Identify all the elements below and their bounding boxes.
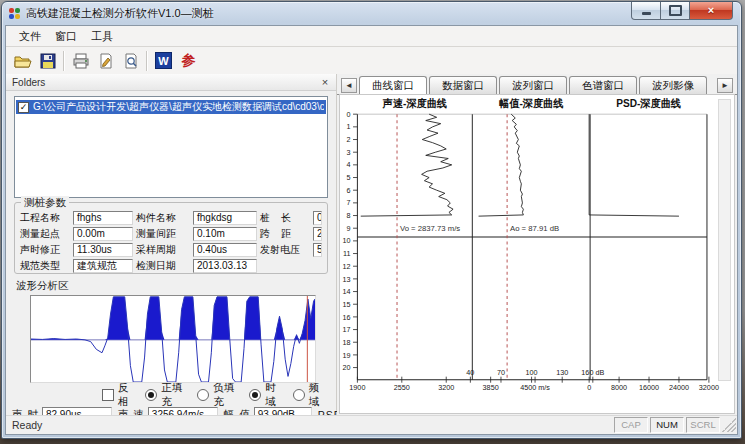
- parameters-button[interactable]: 参: [176, 49, 201, 72]
- fill-positive-radio-icon[interactable]: [145, 389, 157, 401]
- tab-0[interactable]: 曲线窗口: [359, 76, 427, 95]
- folders-panel-header[interactable]: Folders ×: [6, 74, 336, 91]
- open-folder-icon: [14, 53, 32, 69]
- depth-tick-label: 19: [343, 350, 351, 359]
- param-value[interactable]: 2013.03.13: [193, 259, 257, 273]
- checkbox-icon[interactable]: ✓: [18, 102, 29, 113]
- toolbar-separator: [63, 51, 65, 71]
- close-icon: ×: [708, 5, 714, 16]
- param-value[interactable]: 建筑规范: [73, 259, 133, 273]
- param-value[interactable]: 0.00m: [313, 211, 322, 225]
- word-export-button[interactable]: W: [151, 49, 176, 72]
- status-bar: Ready CAPNUMSCRL: [6, 415, 737, 434]
- menu-item-2[interactable]: 工具: [84, 27, 120, 46]
- print-preview-icon: [123, 53, 139, 69]
- depth-curve: [479, 114, 524, 216]
- folders-list[interactable]: ✓G:\公司产品设计开发\超声仪器\超声仪实地检测数据调试cd\cd03\cd0…: [14, 96, 328, 198]
- tab-4[interactable]: 波列影像: [639, 76, 707, 94]
- freq-domain-radio[interactable]: 频域: [293, 381, 323, 409]
- open-folder-button[interactable]: [10, 49, 35, 72]
- print-button[interactable]: [68, 49, 93, 72]
- param-label: 采样周期: [136, 243, 190, 257]
- tab-1[interactable]: 数据窗口: [429, 76, 497, 94]
- param-value[interactable]: 500V: [313, 243, 322, 257]
- toolbar: W 参: [6, 47, 737, 75]
- time-domain-radio-icon[interactable]: [249, 389, 261, 401]
- depth-tick-label: 11: [343, 249, 350, 258]
- menu-item-1[interactable]: 窗口: [48, 27, 84, 46]
- tab-bar: ◄曲线窗口数据窗口波列窗口色谱窗口波列影像►: [337, 76, 737, 95]
- invert-checkbox-icon[interactable]: [102, 389, 114, 401]
- param-value[interactable]: fhghs: [73, 211, 133, 225]
- depth-tick-label: 14: [343, 287, 351, 296]
- left-panel: Folders × ✓G:\公司产品设计开发\超声仪器\超声仪实地检测数据调试c…: [6, 74, 337, 416]
- param-label: 声时修正: [20, 243, 70, 257]
- export-button[interactable]: [93, 49, 118, 72]
- save-icon: [40, 53, 56, 69]
- param-label: 构件名称: [136, 211, 190, 225]
- depth-tick-label: 12: [343, 262, 351, 271]
- fill-negative-radio[interactable]: 负填充: [197, 381, 236, 409]
- tab-3[interactable]: 色谱窗口: [569, 76, 637, 94]
- resize-grip[interactable]: [722, 418, 736, 432]
- toolbar-separator: [146, 51, 148, 71]
- depth-tick-label: 13: [343, 274, 351, 283]
- depth-tick-label: 20: [343, 363, 351, 372]
- chart-title: 幅值-深度曲线: [498, 97, 564, 109]
- param-label: 检测日期: [136, 259, 190, 273]
- x-tick-label: 1900: [349, 383, 365, 392]
- fill-positive-radio[interactable]: 正填充: [145, 381, 184, 409]
- depth-tick-label: 4: [347, 160, 351, 169]
- waveform-plot[interactable]: [30, 295, 316, 383]
- x-tick-label: 40: [466, 367, 474, 376]
- print-preview-button[interactable]: [118, 49, 143, 72]
- save-button[interactable]: [35, 49, 60, 72]
- time-domain-radio[interactable]: 时域: [249, 381, 279, 409]
- param-label: 发射电压: [260, 243, 310, 257]
- x-tick-label: 70: [497, 367, 505, 376]
- tab-scroll-right-icon[interactable]: ►: [717, 78, 733, 93]
- invert-label: 反相: [118, 381, 132, 409]
- maximize-icon: [669, 5, 682, 16]
- app-icon: [9, 8, 21, 20]
- depth-tick-label: 9: [347, 224, 351, 233]
- param-label: 桩 长: [260, 211, 310, 225]
- x-tick-label: 130: [556, 367, 568, 376]
- param-label: 测量起点: [20, 227, 70, 241]
- param-value[interactable]: 270mm: [313, 227, 322, 241]
- freq-domain-radio-icon[interactable]: [293, 389, 305, 401]
- x-tick-label: 4500 m/s: [520, 383, 550, 392]
- minimize-button[interactable]: [631, 2, 661, 20]
- invert-checkbox[interactable]: 反相: [102, 381, 132, 409]
- tab-2[interactable]: 波列窗口: [499, 76, 567, 94]
- depth-tick-label: 16: [343, 312, 351, 321]
- x-tick-label: 3200: [438, 383, 454, 392]
- chart-annotation: Ao = 87.91 dB: [510, 224, 559, 233]
- depth-tick-label: 17: [343, 325, 351, 334]
- tab-scroll-left-icon[interactable]: ◄: [341, 78, 357, 93]
- x-tick-label: 2550: [394, 383, 410, 392]
- param-label: 工程名称: [20, 211, 70, 225]
- param-value[interactable]: 0.00m: [73, 227, 133, 241]
- freq-domain-label: 频域: [309, 381, 323, 409]
- param-value[interactable]: 0.40us: [193, 243, 257, 257]
- menu-item-0[interactable]: 文件: [12, 27, 48, 46]
- folders-close-icon[interactable]: ×: [318, 76, 332, 88]
- param-value[interactable]: 11.30us: [73, 243, 133, 257]
- param-value[interactable]: 0.10m: [193, 227, 257, 241]
- title-bar[interactable]: 高铁建混凝土检测分析软件V1.0—测桩 ×: [2, 2, 741, 25]
- depth-curve: [589, 114, 679, 216]
- depth-curve: [361, 114, 453, 216]
- fill-negative-radio-icon[interactable]: [197, 389, 209, 401]
- close-button[interactable]: ×: [689, 2, 733, 20]
- maximize-button[interactable]: [661, 2, 689, 20]
- charts-panel[interactable]: 01234567891011121314151617181920声速-深度曲线1…: [339, 94, 735, 414]
- vertical-scrollbar[interactable]: [718, 99, 731, 381]
- print-icon: [72, 53, 90, 69]
- parameters-icon: 参: [182, 52, 196, 70]
- export-icon: [98, 53, 114, 69]
- folder-list-item[interactable]: ✓G:\公司产品设计开发\超声仪器\超声仪实地检测数据调试cd\cd03\cd0…: [16, 100, 326, 114]
- param-value[interactable]: fhgkdsg: [193, 211, 257, 225]
- waveform-area-title: 波形分析区: [16, 279, 336, 293]
- param-label: 规范类型: [20, 259, 70, 273]
